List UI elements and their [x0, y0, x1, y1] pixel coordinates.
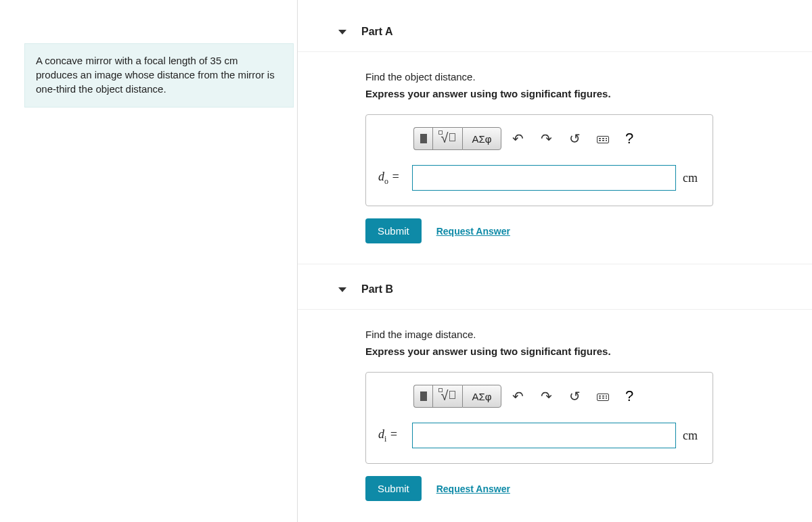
part-b-body: Find the image distance. Express your an…	[298, 310, 812, 521]
undo-button[interactable]: ↶	[505, 387, 530, 405]
keyboard-icon	[597, 394, 609, 401]
part-b-prompt: Find the image distance.	[365, 329, 812, 340]
equation-toolbar: ΑΣφ ↶ ↷ ↺ ?	[377, 385, 702, 408]
rectangle-icon	[420, 134, 427, 143]
part-a-header[interactable]: Part A	[298, 0, 812, 52]
rectangle-icon	[420, 392, 427, 401]
part-b-instruction: Express your answer using two significan…	[365, 346, 812, 357]
keyboard-button[interactable]	[591, 130, 615, 147]
redo-button[interactable]: ↷	[534, 130, 558, 147]
part-b-title: Part B	[361, 283, 393, 295]
reset-button[interactable]: ↺	[562, 130, 587, 147]
help-icon: ?	[625, 387, 633, 404]
part-a-title: Part A	[361, 26, 393, 38]
redo-icon: ↷	[541, 131, 552, 146]
caret-down-icon	[338, 30, 346, 34]
unit-label: cm	[683, 171, 702, 185]
part-a-answer-box: ΑΣφ ↶ ↷ ↺ ? do = cm	[365, 114, 713, 206]
greek-button[interactable]: ΑΣφ	[462, 127, 501, 150]
reset-icon: ↺	[569, 389, 581, 404]
equation-toolbar: ΑΣφ ↶ ↷ ↺ ?	[377, 127, 702, 150]
math-button[interactable]	[432, 385, 462, 408]
request-answer-link[interactable]: Request Answer	[436, 483, 510, 494]
help-button[interactable]: ?	[618, 129, 641, 148]
reset-icon: ↺	[569, 131, 581, 146]
variable-label-do: do =	[378, 170, 405, 187]
help-icon: ?	[625, 130, 633, 147]
undo-button[interactable]: ↶	[505, 130, 530, 147]
keyboard-icon	[597, 136, 609, 143]
help-button[interactable]: ?	[618, 387, 641, 406]
undo-icon: ↶	[512, 131, 524, 146]
part-a-prompt: Find the object distance.	[365, 71, 812, 82]
part-a-instruction: Express your answer using two significan…	[365, 88, 812, 99]
caret-down-icon	[338, 287, 346, 292]
part-b-header[interactable]: Part B	[298, 264, 812, 310]
request-answer-link[interactable]: Request Answer	[436, 226, 510, 237]
nth-root-icon	[438, 389, 457, 403]
answer-input-di[interactable]	[412, 423, 676, 448]
redo-icon: ↷	[541, 389, 552, 404]
reset-button[interactable]: ↺	[562, 387, 587, 405]
submit-button[interactable]: Submit	[365, 218, 422, 243]
template-button[interactable]	[413, 127, 432, 150]
undo-icon: ↶	[512, 389, 524, 404]
keyboard-button[interactable]	[591, 388, 615, 405]
problem-statement: A concave mirror with a focal length of …	[24, 43, 294, 108]
math-button[interactable]	[432, 127, 462, 150]
part-a-body: Find the object distance. Express your a…	[298, 52, 812, 264]
greek-button[interactable]: ΑΣφ	[462, 385, 501, 408]
template-button[interactable]	[413, 385, 432, 408]
part-b-answer-box: ΑΣφ ↶ ↷ ↺ ? di = cm	[365, 372, 713, 464]
answer-input-do[interactable]	[412, 165, 676, 191]
nth-root-icon	[438, 132, 457, 145]
variable-label-di: di =	[378, 427, 405, 444]
unit-label: cm	[683, 429, 702, 443]
redo-button[interactable]: ↷	[534, 387, 558, 405]
submit-button[interactable]: Submit	[365, 476, 422, 501]
